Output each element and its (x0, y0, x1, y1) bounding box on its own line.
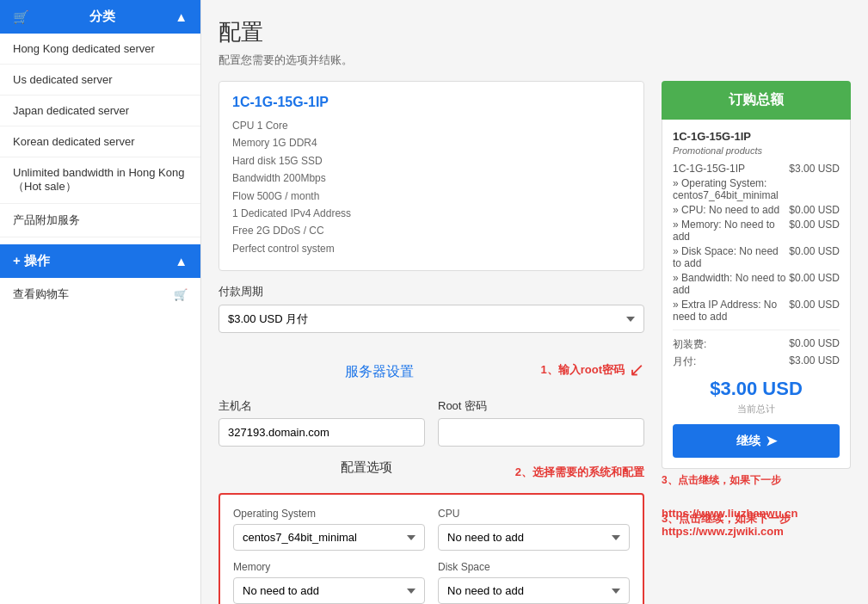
sidebar-actions-header: + 操作 ▲ (0, 244, 200, 278)
config-row-2: Memory No need to add2G4G Disk Space No … (233, 561, 630, 604)
sidebar-item-addons[interactable]: 产品附加服务 (0, 204, 200, 237)
continue-btn-label: 继续 (736, 434, 760, 449)
config-options-title: 配置选项 (219, 459, 515, 476)
continue-button[interactable]: 继续 ➤ (673, 424, 840, 458)
root-password-input[interactable] (438, 418, 644, 447)
order-summary-header: 订购总额 (662, 81, 851, 120)
hostname-input[interactable] (219, 418, 425, 447)
os-label: Operating System (233, 508, 425, 520)
order-line-5: » Disk Space: No need to add $0.00 USD (673, 245, 840, 269)
order-line-1: 1C-1G-15G-1IP $3.00 USD (673, 163, 840, 175)
os-col: Operating System centos7_64bit_minimalub… (233, 508, 425, 551)
sidebar-collapse-icon[interactable]: ▲ (175, 9, 188, 24)
sidebar-actions-collapse-icon[interactable]: ▲ (175, 254, 188, 268)
order-line7-amount: $0.00 USD (789, 299, 840, 323)
sidebar-actions-label: + 操作 (13, 253, 50, 269)
spec-control: Perfect control system (232, 240, 631, 257)
category-cart-icon: 🛒 (13, 9, 29, 25)
annotation-step2: 2、选择需要的系统和配置 (515, 465, 644, 478)
disk-label: Disk Space (438, 561, 630, 573)
server-setup-section: 服务器设置 1、输入root密码 ↙ 主机名 Root 密码 (219, 350, 644, 447)
order-line1-amount: $3.00 USD (789, 163, 840, 175)
order-line-4: » Memory: No need to add $0.00 USD (673, 219, 840, 243)
order-line2-label: » Operating System: centos7_64bit_minima… (673, 177, 840, 201)
spec-memory: Memory 1G DDR4 (232, 134, 631, 151)
os-select[interactable]: centos7_64bit_minimalubuntu_20.04debian_… (233, 524, 425, 551)
annotation-step1: 1、输入root密码 (541, 362, 625, 378)
product-specs: CPU 1 Core Memory 1G DDR4 Hard disk 15G … (232, 117, 631, 257)
disk-select[interactable]: No need to add30G SSD60G SSD (438, 577, 630, 604)
config-row-1: Operating System centos7_64bit_minimalub… (233, 508, 630, 551)
order-line-7: » Extra IP Address: No need to add $0.00… (673, 299, 840, 323)
config-options-section: 配置选项 2、选择需要的系统和配置 Operating System cento… (219, 459, 644, 604)
order-install-fee: 初装费: $0.00 USD (673, 337, 840, 352)
order-summary-body: 1C-1G-15G-1IP Promotional products 1C-1G… (662, 120, 851, 469)
order-line-2: » Operating System: centos7_64bit_minima… (673, 177, 840, 201)
sidebar: 🛒 分类 ▲ Hong Kong dedicated server Us ded… (0, 0, 201, 604)
order-line4-amount: $0.00 USD (789, 219, 840, 243)
cpu-select[interactable]: No need to add2 Core4 Core (438, 524, 630, 551)
order-divider (673, 330, 840, 330)
order-monthly: 月付: $3.00 USD (673, 354, 840, 369)
memory-label: Memory (233, 561, 425, 573)
view-cart-label: 查看购物车 (13, 287, 69, 302)
order-line1-label: 1C-1G-15G-1IP (673, 163, 789, 175)
root-password-label: Root 密码 (438, 398, 644, 414)
root-password-group: Root 密码 (438, 398, 644, 447)
install-fee-label: 初装费: (673, 337, 706, 352)
install-fee-amount: $0.00 USD (789, 337, 840, 352)
order-line4-label: » Memory: No need to add (673, 219, 789, 243)
payment-period-select[interactable]: $3.00 USD 月付$30.00 USD 年付 (219, 305, 644, 333)
arrow-right-icon: ↙ (629, 359, 644, 381)
server-setup-title: 服务器设置 (219, 363, 541, 381)
hostname-group: 主机名 (219, 398, 425, 447)
main-content: 配置 配置您需要的选项并结账。 1C-1G-15G-1IP CPU 1 Core… (201, 0, 868, 604)
payment-section: 付款周期 $3.00 USD 月付$30.00 USD 年付 (219, 284, 644, 333)
spec-disk: Hard disk 15G SSD (232, 152, 631, 169)
memory-col: Memory No need to add2G4G (233, 561, 425, 604)
cart-icon: 🛒 (174, 288, 188, 301)
spec-ipv4: 1 Dedicated IPv4 Address (232, 205, 631, 222)
sidebar-category-label: 分类 (89, 9, 115, 25)
product-name: 1C-1G-15G-1IP (232, 95, 631, 110)
sidebar-item-unlimited-hk[interactable]: Unlimited bandwidth in Hong Kong（Hot sal… (0, 157, 200, 204)
cpu-label: CPU (438, 508, 630, 520)
spec-bandwidth: Bandwidth 200Mbps (232, 169, 631, 187)
left-panel: 1C-1G-15G-1IP CPU 1 Core Memory 1G DDR4 … (219, 81, 644, 604)
order-line3-amount: $0.00 USD (789, 204, 840, 216)
order-total-price: $3.00 USD (673, 378, 840, 400)
order-line5-label: » Disk Space: No need to add (673, 245, 789, 269)
order-line6-label: » Bandwidth: No need to add (673, 272, 789, 296)
sidebar-category-header: 🛒 分类 ▲ (0, 0, 200, 34)
server-fields: 主机名 Root 密码 (219, 398, 644, 447)
order-line3-label: » CPU: No need to add (673, 204, 789, 216)
spec-flow: Flow 500G / month (232, 188, 631, 205)
order-promo: Promotional products (673, 145, 840, 156)
monthly-label: 月付: (673, 354, 696, 369)
order-line-6: » Bandwidth: No need to add $0.00 USD (673, 272, 840, 296)
payment-label: 付款周期 (219, 284, 644, 299)
order-line6-amount: $0.00 USD (789, 272, 840, 296)
monthly-amount: $3.00 USD (789, 354, 840, 369)
config-box: Operating System centos7_64bit_minimalub… (219, 493, 644, 604)
cpu-col: CPU No need to add2 Core4 Core (438, 508, 630, 551)
order-line7-label: » Extra IP Address: No need to add (673, 299, 789, 323)
sidebar-item-hk[interactable]: Hong Kong dedicated server (0, 34, 200, 65)
arrow-icon: ➤ (766, 433, 777, 449)
spec-ddos: Free 2G DDoS / CC (232, 222, 631, 239)
sidebar-item-us[interactable]: Us dedicated server (0, 65, 200, 96)
order-line-3: » CPU: No need to add $0.00 USD (673, 204, 840, 216)
disk-col: Disk Space No need to add30G SSD60G SSD (438, 561, 630, 604)
page-title: 配置 (219, 17, 851, 47)
annotation-step3: 3、点击继续，如果下一步 (662, 511, 799, 527)
spec-cpu: CPU 1 Core (232, 117, 631, 134)
order-product-name: 1C-1G-15G-1IP (673, 130, 840, 143)
memory-select[interactable]: No need to add2G4G (233, 577, 425, 604)
step3-annotation-right: 3、点击继续，如果下一步 (662, 473, 851, 488)
sidebar-item-korean[interactable]: Korean dedicated server (0, 126, 200, 157)
order-line5-amount: $0.00 USD (789, 245, 840, 269)
order-total-label: 当前总计 (673, 403, 840, 416)
sidebar-view-cart[interactable]: 查看购物车 🛒 (0, 278, 200, 311)
product-info-box: 1C-1G-15G-1IP CPU 1 Core Memory 1G DDR4 … (219, 81, 644, 271)
sidebar-item-japan[interactable]: Japan dedicated server (0, 96, 200, 126)
